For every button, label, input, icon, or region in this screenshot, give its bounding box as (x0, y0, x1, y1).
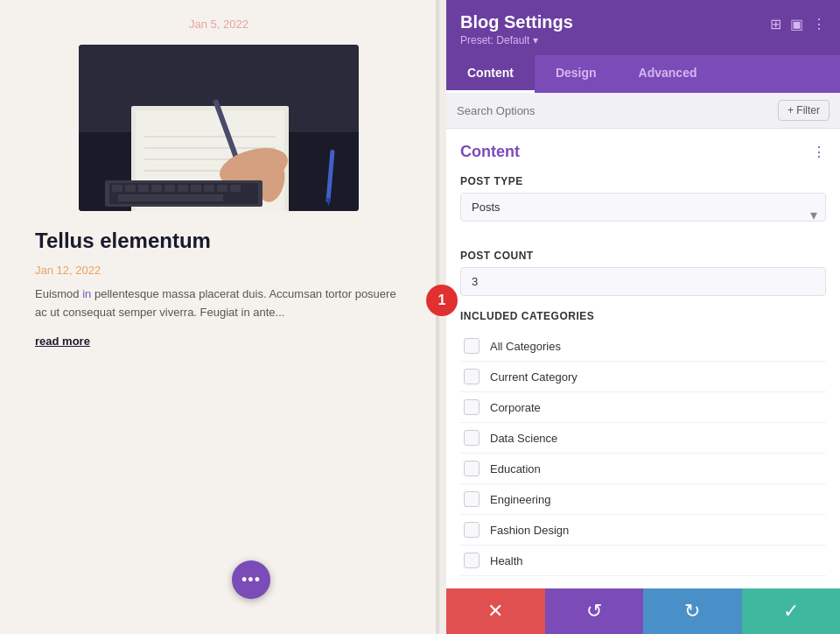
panel-content: Content ⋮ Post Type Posts Pages Portfoli… (446, 129, 840, 588)
category-name-fashion: Fashion Design (490, 524, 569, 537)
filter-label: + Filter (788, 104, 820, 116)
category-item-corporate[interactable]: Corporate (460, 392, 826, 423)
category-item-health[interactable]: Health (460, 546, 826, 576)
svg-rect-16 (125, 185, 136, 192)
category-name-current: Current Category (490, 370, 578, 384)
tab-design[interactable]: Design (535, 55, 618, 93)
undo-button[interactable]: ↺ (545, 588, 644, 634)
category-item-current[interactable]: Current Category (460, 362, 826, 392)
svg-rect-20 (178, 185, 188, 192)
category-checkbox-corporate[interactable] (464, 399, 480, 415)
cancel-button[interactable]: ✕ (446, 588, 545, 634)
category-item-education[interactable]: Education (460, 454, 826, 484)
panel-tabs: Content Design Advanced (446, 55, 840, 93)
panel-divider (436, 0, 439, 634)
read-more-link[interactable]: read more (35, 335, 90, 348)
category-name-engineering: Engineering (490, 493, 550, 506)
post-type-select[interactable]: Posts Pages Portfolio (460, 193, 826, 222)
svg-rect-25 (118, 194, 223, 201)
expand-icon[interactable]: ⊞ (770, 16, 781, 32)
svg-rect-21 (191, 185, 201, 192)
post-type-wrapper: Posts Pages Portfolio ▾ (460, 193, 826, 236)
panel-preset: Preset: Default ▾ (460, 34, 573, 46)
tab-advanced[interactable]: Advanced (618, 55, 718, 93)
blog-excerpt: Euismod in pellentesque massa placerat d… (35, 285, 402, 322)
category-name-health: Health (490, 554, 523, 567)
search-bar: + Filter (446, 93, 840, 129)
blog-area: Jan 5, 2022 (0, 0, 438, 634)
blog-image (79, 45, 359, 211)
step-indicator: 1 (426, 285, 458, 316)
category-item-all[interactable]: All Categories (460, 331, 826, 362)
save-button[interactable]: ✓ (742, 588, 841, 634)
category-name-all: All Categories (490, 340, 561, 353)
blog-title: Tellus elementum (35, 229, 402, 253)
blog-date-top: Jan 5, 2022 (26, 18, 411, 31)
panel-header-icons: ⊞ ▣ ⋮ (770, 16, 826, 32)
svg-rect-24 (230, 185, 241, 192)
post-type-label: Post Type (460, 175, 826, 187)
categories-label: Included Categories (460, 310, 826, 322)
category-checkbox-education[interactable] (464, 461, 480, 476)
category-checkbox-current[interactable] (464, 369, 480, 384)
category-item-data-science[interactable]: Data Science (460, 423, 826, 454)
search-input[interactable] (457, 104, 778, 117)
section-title: Content (460, 143, 520, 161)
settings-panel: Blog Settings Preset: Default ▾ ⊞ ▣ ⋮ Co… (446, 0, 840, 634)
redo-icon: ↻ (684, 600, 700, 623)
collapse-icon[interactable]: ▣ (790, 16, 803, 32)
svg-rect-19 (164, 185, 175, 192)
blog-post-date: Jan 12, 2022 (35, 264, 402, 277)
svg-rect-23 (217, 185, 228, 192)
category-item-engineering[interactable]: Engineering (460, 484, 826, 515)
svg-rect-15 (112, 185, 122, 192)
post-count-input[interactable] (460, 267, 826, 296)
category-checkbox-fashion[interactable] (464, 522, 480, 538)
category-checkbox-all[interactable] (464, 338, 480, 354)
preset-arrow[interactable]: ▾ (533, 34, 538, 46)
category-name-corporate: Corporate (490, 401, 541, 414)
category-checkbox-engineering[interactable] (464, 491, 480, 507)
svg-rect-22 (204, 185, 214, 192)
panel-header: Blog Settings Preset: Default ▾ ⊞ ▣ ⋮ (446, 0, 840, 55)
post-count-label: Post Count (460, 250, 826, 262)
category-checkbox-health[interactable] (464, 553, 480, 568)
preset-label[interactable]: Preset: Default (460, 34, 529, 46)
panel-header-left: Blog Settings Preset: Default ▾ (460, 12, 573, 46)
blog-content-area: Tellus elementum Jan 12, 2022 Euismod in… (26, 211, 411, 357)
filter-button[interactable]: + Filter (778, 100, 830, 121)
excerpt-link[interactable]: in (82, 287, 91, 300)
undo-icon: ↺ (586, 600, 602, 623)
fab-button[interactable]: ••• (232, 560, 270, 599)
section-menu-icon[interactable]: ⋮ (812, 144, 826, 160)
more-icon[interactable]: ⋮ (812, 16, 826, 32)
tab-content[interactable]: Content (446, 55, 535, 93)
fab-dots-icon: ••• (242, 571, 261, 589)
cancel-icon: ✕ (487, 600, 503, 623)
section-header: Content ⋮ (460, 143, 826, 161)
svg-rect-18 (151, 185, 162, 192)
svg-rect-17 (138, 185, 149, 192)
category-name-education: Education (490, 462, 541, 476)
category-name-data-science: Data Science (490, 432, 557, 445)
category-item-fashion[interactable]: Fashion Design (460, 515, 826, 546)
save-icon: ✓ (783, 600, 799, 623)
panel-title: Blog Settings (460, 12, 573, 32)
bottom-toolbar: ✕ ↺ ↻ ✓ (446, 588, 840, 634)
category-checkbox-data-science[interactable] (464, 430, 480, 446)
redo-button[interactable]: ↻ (643, 588, 742, 634)
